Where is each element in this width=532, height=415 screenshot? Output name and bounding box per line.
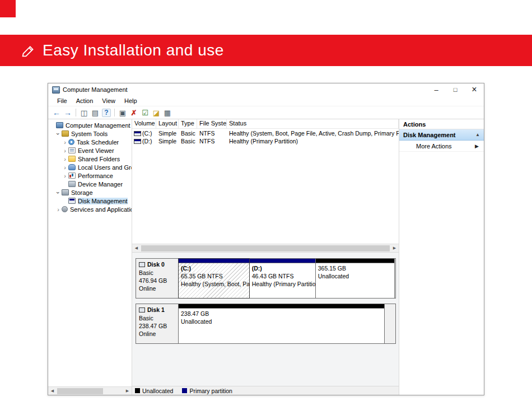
back-arrow-icon[interactable]: ←: [51, 108, 62, 118]
partition-c[interactable]: (C:) 65.35 GB NTFS Healthy (System, Boot…: [178, 258, 250, 299]
chevron-down-icon[interactable]: ›: [55, 131, 61, 137]
volume-list-header: Volume Layout Type File System Status: [132, 119, 399, 129]
storage-icon: [62, 189, 69, 195]
maximize-button[interactable]: □: [446, 83, 465, 96]
menu-view[interactable]: View: [97, 97, 120, 104]
chevron-right-icon[interactable]: ›: [55, 207, 61, 212]
folder-icon[interactable]: ◪: [151, 108, 162, 118]
actions-pane: Actions Disk Management ▲ More Actions ▶: [399, 119, 484, 395]
tree-item-disk-management[interactable]: Disk Management: [48, 197, 132, 205]
column-volume[interactable]: Volume: [132, 119, 156, 128]
action-disk-management[interactable]: Disk Management ▲: [399, 129, 484, 141]
minimize-button[interactable]: –: [427, 83, 446, 96]
tree-item-local-users-groups[interactable]: › Local Users and Groups: [48, 163, 132, 171]
column-type[interactable]: Type: [179, 119, 197, 128]
scroll-right-icon[interactable]: ▶: [123, 387, 132, 395]
delete-icon[interactable]: ✗: [128, 108, 139, 118]
column-status[interactable]: Status: [227, 119, 399, 128]
close-button[interactable]: ×: [465, 83, 484, 96]
menu-file[interactable]: File: [53, 97, 72, 104]
forward-arrow-icon[interactable]: →: [62, 108, 73, 118]
disk-0-partitions: (C:) 65.35 GB NTFS Healthy (System, Boot…: [179, 259, 395, 298]
menu-action[interactable]: Action: [72, 97, 98, 104]
titlebar: Computer Management – □ ×: [48, 83, 484, 96]
unallocated-region-disk0[interactable]: 365.15 GB Unallocated: [316, 259, 395, 298]
chevron-down-icon[interactable]: ›: [55, 190, 61, 195]
scroll-right-icon[interactable]: ▶: [390, 244, 399, 253]
chevron-right-icon[interactable]: ›: [62, 139, 68, 145]
disk-0-size: 476.94 GB: [139, 277, 176, 285]
menu-help[interactable]: Help: [120, 97, 142, 104]
scrollbar-thumb[interactable]: [141, 245, 390, 251]
column-file-system[interactable]: File System: [197, 119, 227, 128]
volume-row-d[interactable]: (D:) Simple Basic NTFS Healthy (Primary …: [132, 137, 399, 145]
disk-0-row: Disk 0 Basic 476.94 GB Online (C:) 65.35…: [136, 258, 396, 299]
disk-icon: [139, 262, 145, 267]
scroll-left-icon[interactable]: ◀: [132, 244, 141, 253]
volume-icon: [134, 139, 141, 144]
computer-icon: [56, 122, 63, 128]
check-document-icon[interactable]: ☑: [139, 108, 151, 118]
tree-item-shared-folders[interactable]: › Shared Folders: [48, 155, 132, 163]
banner: Easy Installation and use: [0, 35, 532, 66]
computer-management-window: Computer Management – □ × File Action Vi…: [48, 83, 484, 395]
disk-1-size: 238.47 GB: [139, 323, 176, 330]
tree-item-task-scheduler[interactable]: › Task Scheduler: [48, 138, 132, 146]
tree-item-system-tools[interactable]: › System Tools: [48, 129, 132, 138]
export-list-icon[interactable]: ▤: [90, 108, 101, 118]
tree-item-services-applications[interactable]: › Services and Applications: [48, 205, 132, 213]
unallocated-region-disk1[interactable]: 238.47 GB Unallocated: [179, 304, 385, 343]
chevron-right-icon[interactable]: ›: [62, 156, 68, 162]
column-layout[interactable]: Layout: [156, 119, 179, 128]
console-tree-pane: Computer Management (Local › System Tool…: [48, 119, 132, 395]
tree-item-storage[interactable]: › Storage: [48, 188, 132, 197]
chevron-right-icon[interactable]: ›: [62, 165, 68, 170]
disk-1-header[interactable]: Disk 1 Basic 238.47 GB Online: [136, 304, 179, 343]
volume-list-horizontal-scrollbar[interactable]: ◀ ▶: [132, 244, 399, 252]
tree-item-device-manager[interactable]: Device Manager: [48, 180, 132, 188]
toolbar-separator: [114, 109, 115, 116]
services-icon: [62, 206, 68, 212]
volume-row-c[interactable]: (C:) Simple Basic NTFS Healthy (System, …: [132, 129, 399, 137]
action-more-actions[interactable]: More Actions ▶: [399, 141, 484, 152]
unallocated-band: [316, 259, 394, 263]
disk-icon: [139, 307, 145, 313]
chevron-right-icon[interactable]: ›: [62, 148, 68, 153]
scrollbar-thumb[interactable]: [57, 388, 103, 394]
system-tools-icon: [62, 130, 69, 137]
legend-primary-partition: Primary partition: [182, 388, 232, 394]
grid-icon[interactable]: ▦: [162, 108, 173, 118]
expand-icon[interactable]: ▶: [475, 143, 479, 149]
tree-item-computer-management[interactable]: Computer Management (Local: [48, 121, 132, 129]
tree-item-performance[interactable]: › Performance: [48, 171, 132, 180]
scroll-left-icon[interactable]: ◀: [48, 387, 57, 395]
disk-0-kind: Basic: [139, 269, 176, 277]
help-icon[interactable]: ?: [102, 109, 111, 117]
legend-unallocated: Unallocated: [135, 388, 173, 394]
tree-item-event-viewer[interactable]: › Event Viewer: [48, 146, 132, 155]
disk-1-partitions: 238.47 GB Unallocated: [179, 304, 395, 343]
console-tree: Computer Management (Local › System Tool…: [48, 119, 132, 386]
clock-icon: [68, 139, 74, 145]
corner-red-square: [0, 0, 16, 17]
disk-1-status: Online: [139, 330, 176, 338]
volume-icon: [134, 131, 141, 136]
partition-d[interactable]: (D:) 46.43 GB NTFS Healthy (Primary Part…: [250, 259, 316, 298]
performance-icon: [68, 172, 76, 179]
tree-horizontal-scrollbar[interactable]: ◀ ▶: [48, 386, 132, 395]
menubar: File Action View Help: [48, 96, 484, 106]
window-title: Computer Management: [63, 86, 427, 93]
console-tree-icon[interactable]: ◫: [78, 108, 90, 118]
screen-icon[interactable]: ▣: [117, 108, 128, 118]
center-pane: Volume Layout Type File System Status (C…: [132, 119, 399, 395]
chevron-right-icon[interactable]: ›: [62, 173, 68, 179]
app-icon: [52, 86, 60, 94]
banner-title: Easy Installation and use: [43, 41, 224, 59]
disk-0-header[interactable]: Disk 0 Basic 476.94 GB Online: [136, 259, 179, 298]
device-manager-icon: [68, 181, 76, 187]
toolbar: ← → ◫ ▤ ? ▣ ✗ ☑ ◪ ▦: [48, 106, 484, 119]
primary-partition-swatch: [182, 388, 187, 393]
actions-header: Actions: [399, 119, 484, 129]
collapse-icon[interactable]: ▲: [475, 132, 480, 137]
users-icon: [68, 164, 76, 170]
